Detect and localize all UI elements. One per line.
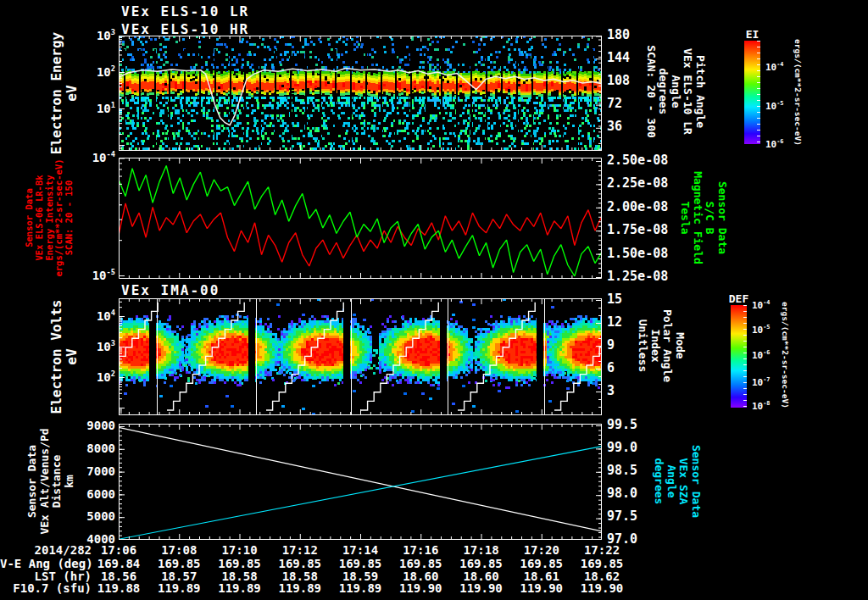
p1-right-tick-label: 180 xyxy=(607,29,630,42)
footer-value: 169.85 xyxy=(572,558,632,569)
p1-right-axis-title-line: SCAN: 20 - 300 xyxy=(645,45,658,138)
colorbar-DEF xyxy=(731,305,747,408)
footer-value: 169.85 xyxy=(210,558,270,569)
footer-value: 119.90 xyxy=(452,582,511,594)
els-spectrogram-canvas xyxy=(119,36,602,151)
colorbar-tick-label: 10-8 xyxy=(752,401,770,411)
time-axis-label: 17:14 xyxy=(331,544,390,556)
intensity-bfield-line-canvas xyxy=(119,158,602,279)
p3-right-tick-label: 3 xyxy=(607,385,615,397)
p2-left-axis-title: Sensor DataVEx ELS-06 LR-BkEnergy Intens… xyxy=(25,158,75,276)
p1-right-axis-title: Pitch AngleVEx ELS-10 LRAngledegreesSCAN… xyxy=(645,45,707,138)
altitude-sza-line-canvas xyxy=(119,424,602,540)
footer-value: 169.84 xyxy=(89,558,148,569)
footer-value: 169.85 xyxy=(512,558,571,569)
els-hr-title: VEx ELS-10 HR xyxy=(121,23,249,36)
p2-left-axis-title-line: VEx ELS-06 LR-Bk xyxy=(34,158,44,276)
colorbar-unit-EI: ergs/(cm**2-sr-sec-eV) xyxy=(793,39,803,146)
p4-left-axis-title-line: Distance xyxy=(51,428,64,534)
p2-right-axis-title-line: Sensor Data xyxy=(716,171,729,264)
time-axis-label: 17:22 xyxy=(572,544,632,556)
footer-value: 169.85 xyxy=(391,558,450,569)
footer-row-label: F10.7 (sfu) xyxy=(0,582,92,594)
p4-right-tick-label: 99.5 xyxy=(607,419,637,431)
p2-left-tick-label: 10-5 xyxy=(73,269,115,281)
p3-right-tick-label: 12 xyxy=(607,316,622,329)
p3-right-axis-title-line: Mode xyxy=(674,309,687,382)
footer-value: 18.57 xyxy=(149,570,209,582)
time-axis-label: 17:08 xyxy=(149,544,209,556)
time-axis-label: 17:18 xyxy=(452,544,511,556)
footer-value: 119.90 xyxy=(572,582,632,594)
p1-right-axis-title-line: Angle xyxy=(670,45,682,138)
p3-right-tick-label: 9 xyxy=(607,339,615,352)
footer-value: 119.89 xyxy=(149,582,209,594)
p4-right-axis-title-line: Sensor Data xyxy=(690,445,703,518)
p1-right-axis-title-line: degrees xyxy=(657,45,670,138)
time-axis-label: 17:06 xyxy=(89,544,148,556)
p4-right-axis-title-line: VEx SZA xyxy=(677,445,690,518)
p4-left-tick-label: 6000 xyxy=(73,488,115,500)
p4-left-tick-label: 9000 xyxy=(73,419,115,431)
p4-right-axis-title: Sensor DataVEx SZAAngledegrees xyxy=(653,445,702,518)
footer-value: 18.58 xyxy=(210,570,270,582)
colorbar-title-EI: EI xyxy=(734,29,771,40)
colorbar-unit-EI-line: ergs/(cm**2-sr-sec-eV) xyxy=(793,39,803,146)
p3-right-axis-title-line: Index xyxy=(648,309,661,382)
p2-right-tick-label: 1.25e-08 xyxy=(607,270,668,283)
time-axis-label: 17:16 xyxy=(391,544,450,556)
p2-right-axis-title-line: Magnetic Field xyxy=(691,171,704,264)
colorbar-tick-label: 10-5 xyxy=(765,101,783,111)
p4-left-axis-title: Sensor DataVEx Alt/Venus/PdDistancekm xyxy=(26,428,75,534)
p4-right-axis-title-line: degrees xyxy=(653,445,665,518)
footer-value: 169.85 xyxy=(452,558,511,569)
footer-value: 119.90 xyxy=(512,582,571,594)
colorbar-EI xyxy=(744,41,760,144)
footer-value: 169.85 xyxy=(149,558,209,569)
p2-right-axis-title-line: Tesla xyxy=(679,171,692,264)
colorbar-tick-label: 10-7 xyxy=(752,377,770,387)
colorbar-unit-DEF: ergs/(cm**2-sr-sec-eV) xyxy=(781,302,790,408)
ima-title: VEx IMA-00 xyxy=(121,284,220,297)
p1-right-tick-label: 108 xyxy=(607,75,630,87)
p4-left-axis-title-line: km xyxy=(64,428,76,534)
p3-right-tick-label: 6 xyxy=(607,362,615,375)
p4-left-tick-label: 5000 xyxy=(73,510,115,522)
footer-value: 18.56 xyxy=(89,570,148,582)
p3-left-axis-title-line: Electron Volts xyxy=(49,300,64,414)
p3-right-axis-title-line: Unitless xyxy=(637,309,649,382)
colorbar-tick-label: 10-5 xyxy=(752,325,770,335)
colorbar-unit-DEF-line: ergs/(cm**2-sr-sec-eV) xyxy=(781,302,790,408)
footer-value: 18.61 xyxy=(512,570,571,582)
colorbar-tick-label: 10-6 xyxy=(765,139,783,149)
p2-right-tick-label: 1.75e-08 xyxy=(607,224,668,236)
p4-left-tick-label: 7000 xyxy=(73,465,115,477)
p1-left-axis-title-line: eV xyxy=(64,32,80,155)
p3-right-axis-title: ModePolar AngleIndexUnitless xyxy=(637,309,686,382)
p2-right-tick-label: 1.50e-08 xyxy=(607,247,668,260)
p1-left-axis-title-line: Electron Energy xyxy=(49,32,64,155)
p1-right-axis-title-line: Pitch Angle xyxy=(694,45,707,138)
footer-row-label: LST (hr) xyxy=(0,570,92,582)
footer-value: 18.60 xyxy=(452,570,511,582)
colorbar-tick-label: 10-4 xyxy=(752,300,770,310)
time-axis-label: 17:20 xyxy=(512,544,571,556)
footer-value: 119.89 xyxy=(331,582,390,594)
footer-value: 18.62 xyxy=(572,570,632,582)
p2-right-axis-title: Sensor DataS/C BMagnetic FieldTesla xyxy=(679,171,728,264)
p3-right-axis-title-line: Polar Angle xyxy=(661,309,674,382)
footer-value: 119.89 xyxy=(270,582,330,594)
p3-left-axis-title-line: eV xyxy=(64,300,80,414)
p1-right-tick-label: 144 xyxy=(607,52,630,64)
p3-right-tick-label: 15 xyxy=(607,293,622,306)
footer-value: 119.90 xyxy=(391,582,450,594)
p2-right-tick-label: 2.00e-08 xyxy=(607,201,668,214)
els-lr-title: VEx ELS-10 LR xyxy=(121,5,249,19)
p2-right-axis-title-line: S/C B xyxy=(704,171,716,264)
p2-left-tick-label: 10-4 xyxy=(73,151,115,164)
p4-left-tick-label: 8000 xyxy=(73,442,115,454)
footer-value: 18.58 xyxy=(270,570,330,582)
footer-value: 169.85 xyxy=(331,558,390,569)
time-axis-label: 17:12 xyxy=(270,544,330,556)
colorbar-tick-label: 10-6 xyxy=(752,350,770,360)
